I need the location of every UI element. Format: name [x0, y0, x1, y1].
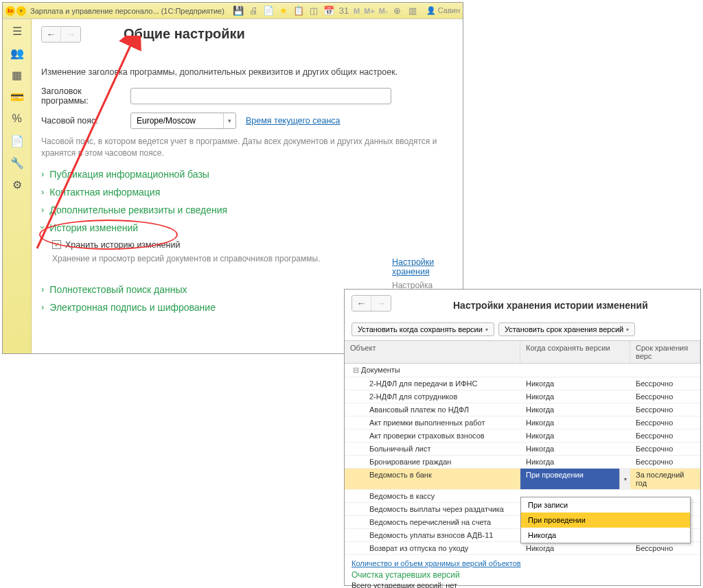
m-plus-icon[interactable]: M+ [364, 7, 375, 15]
nav-buttons: ← → [41, 26, 81, 43]
dropdown-item-selected[interactable]: При проведении [521, 513, 690, 528]
star-icon[interactable]: ★ [278, 5, 289, 16]
stored-versions-link[interactable]: Количество и объем хранимых версий объек… [352, 559, 693, 567]
page-title: Общие настройки [124, 26, 245, 42]
section-publication[interactable]: Публикация информационной базы [41, 169, 453, 180]
chevron-down-icon[interactable]: ▾ [619, 469, 630, 489]
wrench-icon[interactable]: 🔧 [10, 156, 24, 169]
chevron-down-icon: ▾ [223, 113, 235, 128]
section-history[interactable]: История изменений [41, 222, 453, 233]
panels-icon[interactable]: ▥ [407, 5, 418, 16]
table-row[interactable]: Больничный листНикогдаБессрочно [345, 443, 700, 456]
section-additional[interactable]: Дополнительные реквизиты и сведения [41, 204, 453, 215]
timezone-label: Часовой пояс: [41, 116, 130, 126]
forward-button[interactable]: → [61, 27, 80, 42]
copy-icon[interactable]: 📋 [293, 5, 304, 16]
m-minus-icon[interactable]: M- [379, 7, 388, 15]
popup-title: Настройки хранения истории изменений [453, 300, 648, 311]
doc-icon[interactable]: 📄 [263, 5, 274, 16]
timezone-value: Europe/Moscow [131, 113, 223, 128]
store-history-checkbox-row[interactable]: ✓ Хранить историю изменений [52, 240, 453, 250]
calendar-icon[interactable]: 📅 [323, 5, 334, 16]
objects-table: Объект Когда сохранять версии Срок хране… [345, 340, 700, 555]
table-row[interactable]: Авансовый платеж по НДФЛНикогдаБессрочно [345, 403, 700, 416]
col-object[interactable]: Объект [345, 341, 520, 363]
table-icon[interactable]: ▦ [10, 69, 24, 81]
window-title: Зарплата и управление персонало... (1С:П… [30, 7, 233, 15]
date-icon[interactable]: 31 [338, 5, 349, 16]
app-menu-dropdown-icon[interactable]: ▾ [16, 6, 26, 16]
col-when[interactable]: Когда сохранять версии [520, 341, 630, 363]
dropdown-item[interactable]: Никогда [521, 528, 690, 543]
set-storage-period-button[interactable]: Установить срок хранения версий [498, 322, 635, 336]
cleanup-title: Очистка устаревших версий [352, 570, 693, 580]
dropdown-item[interactable]: При записи [521, 497, 690, 513]
popup-back-button[interactable]: ← [352, 296, 371, 311]
card-icon[interactable]: 💳 [10, 91, 24, 103]
table-row[interactable]: Возврат из отпуска по уходуНикогдаБессро… [345, 542, 700, 555]
table-row[interactable]: Акт проверки страховых взносовНикогдаБес… [345, 430, 700, 443]
popup-nav-buttons: ← → [352, 295, 391, 311]
table-row[interactable]: 2-НДФЛ для сотрудниковНикогдаБессрочно [345, 390, 700, 403]
back-button[interactable]: ← [42, 27, 61, 42]
titlebar: 1c ▾ Зарплата и управление персонало... … [3, 3, 463, 19]
popup-forward-button[interactable]: → [371, 296, 391, 311]
current-session-time-link[interactable]: Время текущего сеанса [246, 116, 341, 126]
table-row[interactable]: 2-НДФЛ для передачи в ИФНСНикогдаБессроч… [345, 377, 700, 390]
page-description: Изменение заголовка программы, дополните… [41, 67, 453, 77]
cleanup-text: Всего устаревших версий: нет [352, 581, 693, 588]
table-group[interactable]: Документы [345, 364, 520, 377]
when-save-dropdown: При записи При проведении Никогда [520, 497, 691, 543]
zoom-icon[interactable]: ⊕ [392, 5, 403, 16]
sidebar: ☰ 👥 ▦ 💳 % 📄 🔧 ⚙ [3, 19, 32, 353]
set-when-save-button[interactable]: Установить когда сохранять версии [352, 322, 494, 336]
section-contact[interactable]: Контактная информация [41, 187, 453, 198]
document-icon[interactable]: 📄 [10, 134, 24, 147]
table-row[interactable]: Акт приемки выполненных работНикогдаБесс… [345, 416, 700, 430]
checkbox-checked-icon: ✓ [52, 240, 61, 249]
table-row[interactable]: Ведомость в банкПри проведении▾За послед… [345, 469, 700, 490]
storage-settings-popup: ← → Настройки хранения истории изменений… [344, 289, 701, 586]
storage-settings-link[interactable]: Настройки хранения [392, 257, 434, 277]
gear-icon[interactable]: ⚙ [10, 178, 24, 191]
store-history-label: Хранить историю изменений [65, 240, 180, 250]
toolbar-icons: 💾 🖨 📄 ★ 📋 ◫ 📅 31 M M+ M- ⊕ ▥ 👤 Савин [233, 5, 460, 16]
history-block: История изменений ✓ Хранить историю изме… [41, 222, 453, 263]
percent-icon[interactable]: % [10, 113, 24, 125]
program-title-input[interactable] [130, 88, 391, 104]
app-logo-icon: 1c [5, 6, 15, 16]
print-icon[interactable]: 🖨 [248, 5, 259, 16]
timezone-select[interactable]: Europe/Moscow ▾ [130, 113, 236, 129]
popup-footer: Количество и объем хранимых версий объек… [345, 555, 700, 588]
col-period[interactable]: Срок хранения верс [630, 341, 700, 363]
save-icon[interactable]: 💾 [233, 5, 244, 16]
compare-icon[interactable]: ◫ [308, 5, 319, 16]
table-row[interactable]: Бронирование гражданНикогдаБессрочно [345, 456, 700, 469]
users-icon[interactable]: 👥 [10, 47, 24, 59]
history-description: Хранение и просмотр версий документов и … [52, 254, 321, 263]
timezone-hint: Часовой пояс, в котором ведется учет в п… [41, 136, 453, 159]
program-title-label: Заголовок программы: [41, 86, 130, 106]
menu-icon[interactable]: ☰ [10, 25, 24, 37]
m-icon[interactable]: M [354, 7, 360, 15]
table-body: Документы2-НДФЛ для передачи в ИФНСНиког… [345, 364, 700, 555]
user-label[interactable]: 👤 Савин [426, 6, 460, 15]
